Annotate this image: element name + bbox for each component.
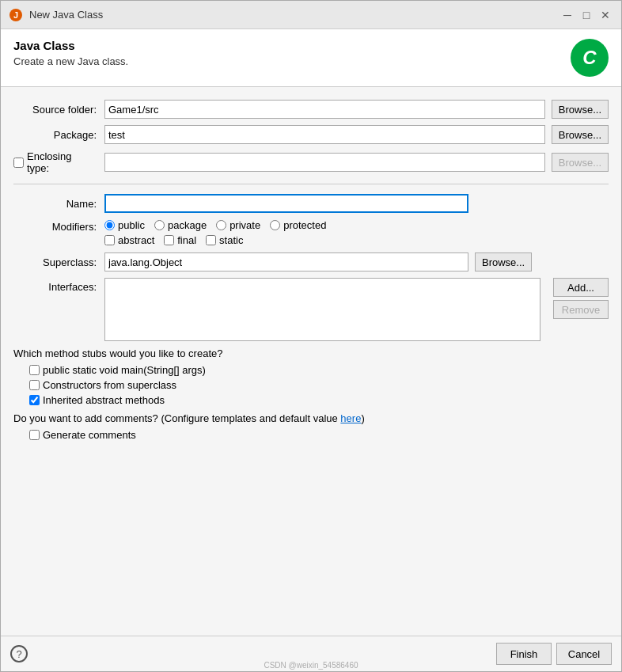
dialog-title: New Java Class [29, 9, 103, 21]
title-bar-left: J New Java Class [9, 8, 103, 22]
enclosing-label-area: Enclosing type: [13, 150, 104, 174]
modifier-final-label: final [177, 234, 196, 246]
stub-inherited-checkbox[interactable] [29, 395, 40, 405]
modifier-public-option[interactable]: public [104, 219, 145, 231]
superclass-row: Superclass: Browse... [13, 252, 609, 271]
footer: ? Finish Cancel CSDN @weixin_54586460 [1, 636, 621, 671]
svg-text:J: J [13, 10, 18, 20]
source-folder-label: Source folder: [13, 104, 104, 116]
java-dialog-icon: J [9, 8, 23, 22]
title-bar-controls: ─ □ ✕ [559, 7, 613, 23]
footer-watermark: CSDN @weixin_54586460 [264, 661, 358, 670]
modifier-private-radio[interactable] [216, 220, 226, 230]
package-browse-button[interactable]: Browse... [552, 125, 609, 144]
superclass-input[interactable] [104, 252, 468, 271]
maximize-button[interactable]: □ [578, 7, 594, 23]
comments-title-end: ) [361, 412, 364, 424]
close-button[interactable]: ✕ [597, 7, 613, 23]
superclass-label: Superclass: [13, 256, 104, 268]
interfaces-remove-button[interactable]: Remove [553, 300, 609, 319]
modifier-abstract-label: abstract [118, 234, 154, 246]
generate-comments-checkbox[interactable] [29, 430, 40, 440]
modifier-private-option[interactable]: private [216, 219, 260, 231]
help-button[interactable]: ? [10, 645, 28, 663]
comments-title: Do you want to add comments? (Configure … [13, 412, 609, 424]
modifier-package-label: package [168, 219, 207, 231]
finish-button[interactable]: Finish [496, 643, 552, 665]
header-logo: C [571, 39, 609, 77]
cancel-button[interactable]: Cancel [556, 643, 612, 665]
modifiers-label: Modifiers: [13, 219, 104, 233]
stub-main-checkbox[interactable] [29, 365, 40, 375]
content-area: Source folder: Browse... Package: Browse… [1, 87, 621, 636]
source-folder-input[interactable] [104, 100, 545, 119]
package-row: Package: Browse... [13, 125, 609, 144]
stubs-options: public static void main(String[] args) C… [13, 364, 609, 406]
dialog-window: J New Java Class ─ □ ✕ Java Class Create… [0, 0, 622, 672]
modifier-package-option[interactable]: package [154, 219, 207, 231]
enclosing-type-input[interactable] [104, 153, 545, 172]
minimize-button[interactable]: ─ [559, 7, 575, 23]
interfaces-row: Interfaces: Add... Remove [13, 278, 609, 341]
stub-constructors-option[interactable]: Constructors from superclass [29, 379, 609, 391]
modifier-abstract-checkbox[interactable] [104, 235, 115, 245]
stub-inherited-label: Inherited abstract methods [43, 394, 165, 406]
modifier-static-checkbox[interactable] [206, 235, 216, 245]
modifiers-radio-row: public package private protected [104, 219, 326, 231]
modifier-protected-option[interactable]: protected [270, 219, 326, 231]
separator-1 [13, 184, 609, 184]
modifier-public-label: public [118, 219, 145, 231]
modifiers-checkbox-row: abstract final static [104, 234, 326, 246]
header-text: Java Class Create a new Java class. [13, 39, 128, 67]
interfaces-textarea[interactable] [104, 278, 540, 341]
enclosing-type-checkbox[interactable] [13, 158, 24, 168]
name-input[interactable] [104, 194, 468, 213]
modifier-static-label: static [219, 234, 243, 246]
superclass-browse-button[interactable]: Browse... [475, 252, 532, 271]
generate-comments-option[interactable]: Generate comments [29, 429, 609, 441]
name-label: Name: [13, 198, 104, 210]
package-input[interactable] [104, 125, 545, 144]
stub-inherited-option[interactable]: Inherited abstract methods [29, 394, 609, 406]
stub-main-label: public static void main(String[] args) [43, 364, 206, 376]
stubs-section: Which method stubs would you like to cre… [13, 347, 609, 406]
interfaces-add-button[interactable]: Add... [553, 278, 609, 297]
header-title: Java Class [13, 39, 128, 52]
generate-comments-label: Generate comments [43, 429, 136, 441]
header-section: Java Class Create a new Java class. C [1, 29, 621, 87]
modifier-package-radio[interactable] [154, 220, 165, 230]
name-row: Name: [13, 194, 609, 213]
modifier-private-label: private [229, 219, 260, 231]
title-bar: J New Java Class ─ □ ✕ [1, 1, 621, 29]
modifier-abstract-option[interactable]: abstract [104, 234, 154, 246]
source-folder-row: Source folder: Browse... [13, 100, 609, 119]
enclosing-type-row: Enclosing type: Browse... [13, 150, 609, 174]
comments-title-text: Do you want to add comments? (Configure … [13, 412, 340, 424]
modifier-final-checkbox[interactable] [164, 235, 174, 245]
stubs-title: Which method stubs would you like to cre… [13, 347, 609, 359]
stub-main-option[interactable]: public static void main(String[] args) [29, 364, 609, 376]
comments-link[interactable]: here [340, 412, 361, 424]
modifier-protected-radio[interactable] [270, 220, 280, 230]
modifier-protected-label: protected [283, 219, 326, 231]
interfaces-label: Interfaces: [13, 278, 104, 293]
package-label: Package: [13, 129, 104, 141]
comments-section: Do you want to add comments? (Configure … [13, 412, 609, 441]
header-subtitle: Create a new Java class. [13, 55, 128, 67]
comments-options: Generate comments [13, 429, 609, 441]
interfaces-buttons: Add... Remove [547, 278, 609, 319]
modifier-static-option[interactable]: static [206, 234, 243, 246]
modifier-final-option[interactable]: final [164, 234, 196, 246]
stub-constructors-checkbox[interactable] [29, 380, 40, 390]
modifiers-section: public package private protected [104, 219, 326, 246]
stub-constructors-label: Constructors from superclass [43, 379, 176, 391]
modifier-public-radio[interactable] [104, 220, 115, 230]
enclosing-type-label: Enclosing type: [27, 150, 97, 174]
enclosing-type-browse-button[interactable]: Browse... [552, 153, 609, 172]
modifiers-row: Modifiers: public package private [13, 219, 609, 246]
source-folder-browse-button[interactable]: Browse... [552, 100, 609, 119]
